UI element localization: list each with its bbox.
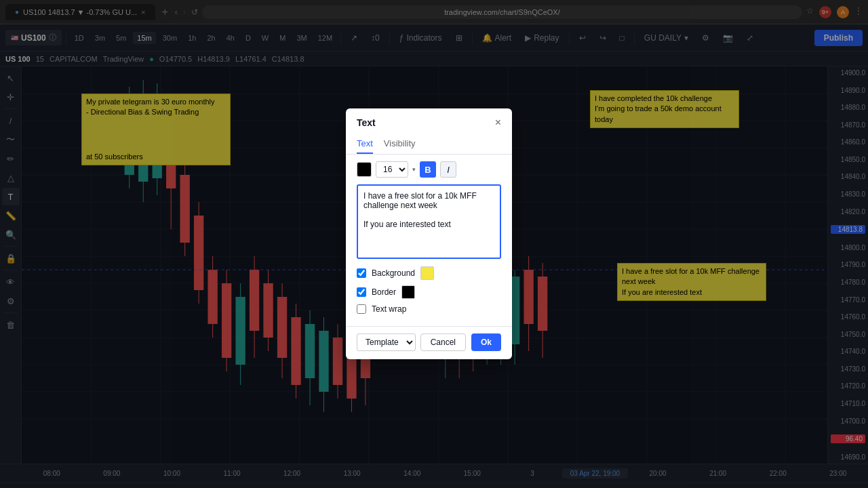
tab-text[interactable]: Text [357, 134, 373, 154]
textwrap-checkbox[interactable] [357, 304, 366, 314]
modal-tabs: Text Visibility [346, 134, 512, 155]
ok-button[interactable]: Ok [471, 333, 501, 351]
border-checkbox[interactable] [357, 287, 366, 297]
font-size-arrow: ▾ [412, 166, 416, 173]
italic-btn[interactable]: I [440, 161, 456, 178]
background-label: Background [372, 268, 415, 278]
background-row: Background [357, 266, 501, 280]
modal-footer: Template Cancel Ok [346, 326, 512, 359]
footer-buttons: Cancel Ok [420, 333, 501, 351]
modal-header: Text × [346, 108, 512, 129]
background-color-swatch[interactable] [420, 266, 434, 280]
border-label: Border [372, 287, 396, 297]
font-options-row: 16 12 14 18 20 24 ▾ B I [357, 161, 501, 178]
border-row: Border [357, 285, 501, 299]
modal-close-btn[interactable]: × [495, 117, 501, 129]
textwrap-label: Text wrap [372, 304, 406, 314]
font-color-swatch[interactable] [357, 162, 372, 177]
text-dialog: Text × Text Visibility 16 12 14 18 20 24… [346, 108, 512, 359]
border-color-swatch[interactable] [401, 285, 415, 299]
bold-btn[interactable]: B [420, 161, 436, 178]
modal-overlay: Text × Text Visibility 16 12 14 18 20 24… [0, 0, 868, 488]
template-container: Template [357, 333, 416, 351]
template-select[interactable]: Template [357, 333, 416, 351]
textwrap-row: Text wrap [357, 304, 501, 314]
background-checkbox[interactable] [357, 268, 366, 278]
tab-visibility[interactable]: Visibility [384, 134, 416, 154]
cancel-button[interactable]: Cancel [420, 333, 466, 351]
font-size-select[interactable]: 16 12 14 18 20 24 [376, 161, 408, 178]
text-input[interactable]: I have a free slot for a 10k MFF challen… [357, 184, 501, 259]
modal-title: Text [357, 117, 376, 128]
modal-body: 16 12 14 18 20 24 ▾ B I I have a free sl… [346, 155, 512, 326]
